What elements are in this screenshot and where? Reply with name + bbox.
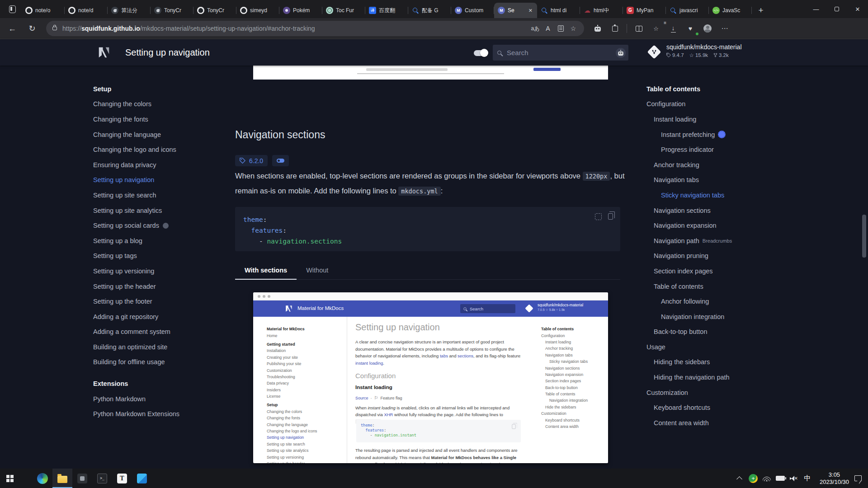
repo-link[interactable]: squidfunk/mkdocs-material 9.4.7 ☆15.9k 3… [647,43,742,58]
toc-item[interactable]: Customization [646,385,732,400]
browser-tab[interactable]: 算法分 ✕ [108,3,151,18]
maximize-button[interactable] [826,0,847,18]
volume-muted-icon[interactable]: ✕ [787,469,801,488]
profile-avatar[interactable] [700,21,715,36]
browser-tab[interactable]: note/d ✕ [65,3,108,18]
toc-item[interactable]: Configuration [646,97,732,112]
browser-tab[interactable]: Se ✕ [494,3,537,18]
favorites-collections-icon[interactable]: ☆ [649,21,663,36]
antivirus-icon[interactable]: + [746,469,760,488]
browser-tab[interactable]: html di ✕ [537,3,580,18]
taskbar-vscode-button[interactable] [132,469,152,488]
sidebar-item[interactable]: Ensuring data privacy [93,157,179,173]
theme-toggle[interactable] [474,50,487,56]
sidebar-item[interactable]: Setting up navigation [93,173,179,188]
tray-expand-chevron-icon[interactable] [733,469,746,488]
browser-essentials-icon[interactable]: ♥ [683,21,698,36]
favorite-star-icon[interactable]: ☆ [567,22,580,35]
toc-item[interactable]: Navigation sections [646,203,732,218]
feature-flag-badge[interactable] [272,155,289,166]
toc-item[interactable]: Instant loading [646,112,732,127]
page-scrollbar-thumb[interactable] [862,215,866,258]
browser-tab[interactable]: TonyCr ✕ [151,3,193,18]
toc-item[interactable]: Progress indicator [646,142,732,157]
browser-tab[interactable]: Pokém ✕ [279,3,322,18]
translate-icon[interactable]: aあ [529,22,542,35]
sidebar-item[interactable]: Python Markdown [93,391,179,407]
toc-item[interactable]: Navigation pathBreadcrumbs [646,233,732,249]
browser-tab[interactable]: TonyCr ✕ [193,3,236,18]
settings-more-icon[interactable]: ⋯ [717,21,732,36]
toc-item[interactable]: Navigation integration [646,309,732,324]
sidebar-item[interactable]: Extensions [93,376,179,391]
tab-close-icon[interactable]: ✕ [528,8,533,14]
sidebar-item[interactable]: Adding a comment system [93,324,179,340]
toc-item[interactable]: Navigation tabs [646,173,732,188]
sidebar-item[interactable]: Building for offline usage [93,355,179,370]
downloads-icon[interactable]: ↓ [666,21,680,36]
sidebar-item[interactable]: Setting up site search [93,188,179,203]
toc-item[interactable]: Instant prefetching [646,127,732,142]
toc-item[interactable]: Navigation pruning [646,249,732,264]
toc-item[interactable]: Usage [646,339,732,355]
toc-item[interactable]: Back-to-top button [646,324,732,340]
split-screen-icon[interactable] [632,21,646,36]
toc-item[interactable]: Hiding the navigation path [646,370,732,385]
taskbar-console-button[interactable]: >_ [92,469,112,488]
toc-item[interactable]: Keyboard shortcuts [646,400,732,415]
ime-indicator[interactable]: 中 [801,469,814,488]
sidebar-item[interactable]: Changing the colors [93,97,179,112]
taskbar-app-button[interactable] [72,469,92,488]
sidebar-item[interactable]: Setting up site analytics [93,203,179,218]
immersive-reader-icon[interactable] [554,22,567,35]
address-bar[interactable]: https://squidfunk.github.io/mkdocs-mater… [46,21,584,36]
browser-tab[interactable]: JavaSc ✕ [709,3,752,18]
toc-item[interactable]: Section index pages [646,263,732,279]
extensions-puzzle-icon[interactable] [608,21,622,36]
browser-tab[interactable]: 配备 G ✕ [408,3,451,18]
sidebar-item[interactable]: Building an optimized site [93,339,179,355]
refresh-button[interactable]: ↻ [24,21,40,36]
toc-item[interactable]: Content area width [646,415,732,431]
sidebar-item[interactable]: Setting up social cards [93,218,179,233]
toc-item[interactable]: Anchor following [646,294,732,309]
version-badge[interactable]: 6.2.0 [235,155,268,166]
browser-tab[interactable]: Toc Fur ✕ [322,3,365,18]
browser-tab[interactable]: note/o ✕ [22,3,65,18]
minimize-button[interactable]: — [806,0,826,18]
taskbar-clock[interactable]: 3:05 2023/10/30 [814,471,854,486]
toc-item[interactable]: Navigation expansion [646,218,732,233]
toc-item[interactable]: Table of contents [646,279,732,294]
taskbar-typora-button[interactable]: T [112,469,132,488]
browser-tab[interactable]: html中 ✕ [580,3,623,18]
browser-tab[interactable]: javascri ✕ [666,3,709,18]
taskbar-explorer-button[interactable] [52,469,72,488]
select-code-icon[interactable] [595,213,602,220]
sidebar-item[interactable]: Adding a git repository [93,309,179,324]
sidebar-item[interactable]: Setting up a blog [93,233,179,249]
sidebar-item[interactable]: Setting up the header [93,279,179,294]
new-tab-button[interactable]: + [755,4,767,17]
sidebar-item[interactable]: Changing the language [93,127,179,142]
wifi-icon[interactable] [760,469,774,488]
tab-actions-button[interactable] [5,1,20,17]
back-button[interactable]: ← [5,21,20,36]
toc-item[interactable]: Hiding the sidebars [646,355,732,370]
sidebar-item[interactable]: Setting up tags [93,249,179,264]
toc-item[interactable]: Anchor tracking [646,157,732,173]
screenshot-robot-icon[interactable] [590,21,605,36]
url-text[interactable]: https://squidfunk.github.io/mkdocs-mater… [62,25,529,32]
browser-tab[interactable]: MyPan ✕ [623,3,666,18]
content-tab[interactable]: With sections [235,263,297,279]
battery-icon[interactable] [774,469,787,488]
browser-tab[interactable]: 百度翻 ✕ [365,3,408,18]
sidebar-item[interactable]: Setup [93,81,179,97]
browser-tab[interactable]: simeyd ✕ [236,3,279,18]
read-aloud-icon[interactable]: A [542,22,554,35]
close-window-button[interactable]: ✕ [847,0,868,18]
browser-tab[interactable]: Custom ✕ [451,3,494,18]
sidebar-item[interactable]: Python Markdown Extensions [93,406,179,422]
sidebar-item[interactable]: Setting up versioning [93,263,179,279]
content-tab[interactable]: Without [297,263,338,279]
toc-item[interactable]: Sticky navigation tabs [646,188,732,203]
